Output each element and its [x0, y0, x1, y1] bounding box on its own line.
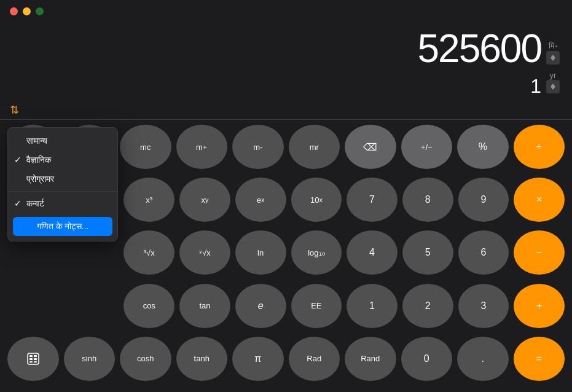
btn-ln[interactable]: ln	[235, 230, 286, 275]
main-unit-label: मि॰	[549, 41, 558, 51]
btn-yrt[interactable]: ʸ√x	[179, 230, 230, 275]
main-unit-selector[interactable]: मि॰	[546, 41, 560, 65]
btn-ee[interactable]: EE	[291, 284, 342, 328]
traffic-lights	[10, 7, 44, 15]
btn-tanh[interactable]: tanh	[176, 337, 228, 381]
title-bar	[0, 0, 572, 23]
btn-decimal[interactable]: .	[457, 337, 509, 381]
dropdown-divider	[8, 191, 117, 192]
btn-3[interactable]: 3	[458, 284, 509, 328]
svg-marker-0	[550, 55, 555, 58]
btn-1[interactable]: 1	[347, 284, 398, 328]
btn-percent[interactable]: %	[457, 125, 509, 169]
btn-2[interactable]: 2	[402, 284, 453, 328]
btn-tan[interactable]: tan	[179, 284, 230, 328]
sort-icon[interactable]: ⇅	[10, 103, 19, 117]
btn-4[interactable]: 4	[347, 230, 398, 275]
btn-6[interactable]: 6	[458, 230, 509, 275]
btn-rand[interactable]: Rand	[345, 337, 396, 381]
sort-row: ⇅	[0, 101, 572, 119]
maximize-button[interactable]	[36, 7, 44, 15]
btn-divide[interactable]: ÷	[514, 125, 565, 169]
btn-backspace[interactable]: ⌫	[345, 125, 396, 169]
btn-ex[interactable]: ex	[235, 178, 286, 222]
main-display: 525600 मि॰	[12, 23, 560, 68]
btn-log10[interactable]: log₁₀	[291, 230, 342, 275]
btn-10x[interactable]: 10x	[291, 178, 342, 222]
dropdown-menu: सामान्य वैज्ञानिक प्रोग्रामर कन्वर्ट गणि…	[7, 127, 118, 241]
menu-item-general[interactable]: सामान्य	[8, 131, 117, 151]
btn-subtract[interactable]: −	[514, 230, 565, 275]
btn-multiply[interactable]: ×	[514, 178, 565, 222]
btn-e[interactable]: e	[235, 284, 286, 328]
svg-marker-3	[550, 87, 555, 90]
svg-rect-7	[29, 358, 33, 360]
btn-xy[interactable]: xy	[179, 178, 230, 222]
btn-5[interactable]: 5	[402, 230, 453, 275]
btn-9[interactable]: 9	[458, 178, 509, 222]
btn-cbrt[interactable]: ³√x	[123, 230, 174, 275]
btn-equals[interactable]: =	[514, 337, 565, 381]
btn-8[interactable]: 8	[402, 178, 453, 222]
btn-mr[interactable]: mr	[289, 125, 340, 169]
btn-cosh[interactable]: cosh	[120, 337, 171, 381]
main-value: 525600	[417, 29, 541, 68]
btn-7[interactable]: 7	[347, 178, 398, 222]
menu-item-programmer[interactable]: प्रोग्रामर	[8, 170, 117, 189]
notes-button[interactable]: गणित के नोट्स...	[13, 217, 112, 236]
btn-cos[interactable]: cos	[123, 284, 174, 328]
btn-mminus[interactable]: m-	[232, 125, 284, 169]
svg-marker-2	[550, 84, 555, 87]
btn-add[interactable]: +	[514, 284, 565, 328]
button-row-5: sinh cosh tanh π Rad Rand 0 . =	[7, 337, 565, 385]
btn-plus-minus[interactable]: +/−	[401, 125, 453, 169]
btn-rad[interactable]: Rad	[289, 337, 340, 381]
btn-mc[interactable]: mc	[120, 125, 171, 169]
secondary-unit-selector[interactable]: yr	[546, 71, 560, 93]
btn-pi[interactable]: π	[232, 337, 284, 381]
svg-marker-1	[550, 58, 555, 61]
minimize-button[interactable]	[23, 7, 31, 15]
svg-rect-8	[34, 358, 37, 360]
btn-0[interactable]: 0	[401, 337, 453, 381]
btn-mplus[interactable]: m+	[176, 125, 228, 169]
secondary-value: 1	[530, 76, 541, 96]
svg-rect-9	[29, 361, 33, 363]
btn-calculator-icon[interactable]	[7, 337, 59, 381]
btn-x3[interactable]: x³	[123, 178, 174, 222]
secondary-unit-label: yr	[550, 71, 557, 80]
button-row-4: cos tan e EE 1 2 3 +	[7, 284, 565, 332]
display-area: 525600 मि॰ 1 yr	[0, 23, 572, 101]
calc-body: सामान्य वैज्ञानिक प्रोग्रामर कन्वर्ट गणि…	[0, 120, 572, 392]
secondary-display: 1 yr	[12, 68, 560, 101]
menu-item-convert[interactable]: कन्वर्ट	[8, 194, 117, 213]
main-unit-stepper[interactable]	[546, 51, 560, 65]
svg-rect-6	[34, 355, 37, 357]
secondary-unit-stepper[interactable]	[546, 80, 560, 93]
svg-rect-4	[28, 353, 39, 364]
svg-rect-5	[29, 355, 33, 357]
svg-rect-10	[34, 361, 37, 363]
menu-item-scientific[interactable]: वैज्ञानिक	[8, 151, 117, 170]
close-button[interactable]	[10, 7, 18, 15]
btn-sinh[interactable]: sinh	[64, 337, 116, 381]
